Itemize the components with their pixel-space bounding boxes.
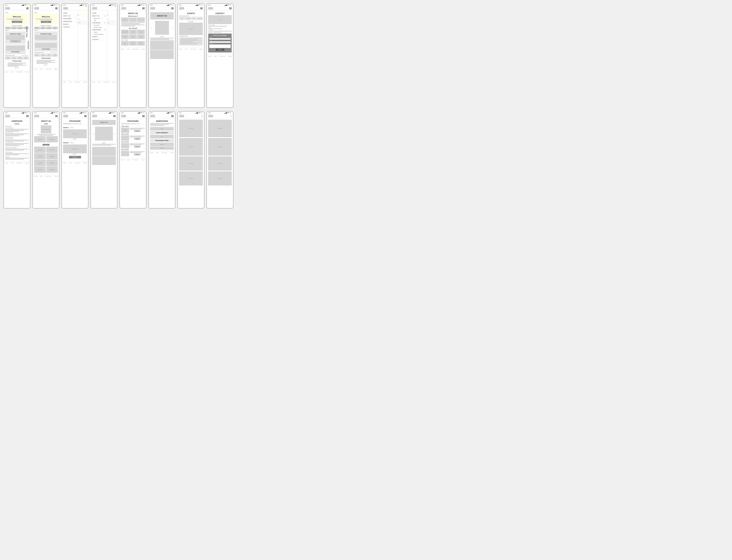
close-icon-4[interactable]: ✕ [114, 5, 116, 7]
immunization-guide-title: Immunization Guide [151, 140, 173, 141]
testimonial-next-2[interactable]: › [56, 61, 57, 63]
menu-programs-summercamp[interactable]: Summer camp [92, 26, 106, 28]
footer-13: Location Email Phone number Follow us [120, 158, 146, 161]
about-us-title-carousel: ABOUT US [94, 122, 114, 123]
summer-camp-title: Summer Camp [6, 33, 24, 35]
menu-admissions-parent[interactable]: Parent Resources [92, 33, 106, 35]
testimonial-next-1[interactable]: › [27, 64, 28, 66]
menu-home-2[interactable]: HOME [92, 12, 106, 15]
carousel-prev-12[interactable]: ‹ [93, 132, 94, 136]
welcome-title: Welcome [6, 16, 28, 18]
director-photo: director_photo [41, 125, 51, 133]
learn-more-btn-1[interactable]: Learn More [12, 21, 22, 23]
see-more-btn-1[interactable]: see more [10, 40, 21, 42]
hamburger-icon-1[interactable] [26, 7, 29, 9]
menu-about-2[interactable]: ABOUT US ∧ [92, 15, 106, 17]
menu-about-1[interactable]: ABOUT US › [63, 15, 76, 17]
breadcrumb-2: CURRICULUM / SUMMER CAMP [121, 123, 145, 124]
contact-map: Map [208, 15, 232, 24]
status-bar-1: 9:41 ▂▄▆ WiFi 🔋 [4, 4, 30, 6]
class4-btn[interactable]: admin [134, 154, 140, 155]
hamburger-icon-13[interactable] [142, 115, 145, 117]
session1-image: mockup_photo [63, 129, 87, 138]
admission-title: ADMISSION [5, 120, 29, 122]
who-we-are-title: Who we are? [121, 15, 145, 17]
menu-home-1[interactable]: HOME [63, 12, 76, 15]
hamburger-icon-9[interactable] [26, 115, 29, 117]
modal-image-2-mid: staff_files [208, 138, 232, 156]
class3-btn[interactable]: admin [134, 146, 140, 148]
staff-grid-5: staff_photo staff_photo [34, 166, 58, 173]
session2-label: Session 2 [63, 142, 69, 143]
hamburger-icon-12[interactable] [113, 115, 116, 117]
modal-image-1-bot: staff_files [179, 157, 203, 170]
footer-9: Location Email Phone number Follow us [4, 162, 30, 164]
session2-date: DATE [70, 142, 73, 143]
session1-label: Session 1 [63, 127, 69, 128]
logo-7 [179, 7, 184, 10]
contact-message-input[interactable] [209, 44, 231, 48]
menu-events-1[interactable]: EVENTS [63, 23, 76, 26]
staff-grid-3: staff_photo staff_photo [34, 153, 58, 159]
footer-3: Location Email Phone number Follow us [62, 81, 88, 83]
about-us-gray-box-2: ABOUT US [92, 120, 116, 125]
about-carousel-next[interactable]: › [172, 26, 173, 29]
menu-admissions-tuition[interactable]: Tuition [92, 31, 106, 33]
class3-name: class name [121, 141, 145, 143]
contact-form: Send us a message! Name Email Message SU… [208, 34, 232, 52]
contact-email-input[interactable] [209, 41, 231, 43]
modal-close-icon-2[interactable]: ✕ [230, 115, 232, 117]
class2-btn[interactable]: admin [134, 138, 140, 140]
about-us-gray-box: ABOUT US [150, 12, 174, 19]
carousel-image-12 [95, 127, 113, 141]
join-us-btn[interactable]: Join Us! [69, 156, 81, 158]
hamburger-icon-2[interactable] [55, 7, 58, 9]
screen-modal-1: 9:41 ▂▄▆ WiFi 🔋 ✕ staff_files staff_file… [178, 111, 204, 209]
menu-admissions-1[interactable]: ADMISSIONS › [63, 20, 76, 23]
events-row-1: Dateevent name Dateevent name Dateparent… [5, 56, 29, 59]
about-images-1: admin [121, 18, 145, 22]
class1-btn[interactable]: admin [134, 130, 140, 132]
hamburger-icon-8[interactable] [229, 7, 232, 9]
screen-nav-1: 9:41 ▂▄▆ WiFi 🔋 ✕ Welcome A Glance of Sc… [62, 3, 88, 108]
screen-home-1: 9:41 ▂▄▆ WiFi 🔋 admin Welcome Learn More [3, 3, 30, 108]
logo-10 [34, 115, 39, 117]
about-carousel-prev[interactable]: ‹ [151, 26, 152, 29]
footer-1: Location Email Phone number Follow us [4, 71, 30, 73]
session1-date: DATE [70, 127, 73, 128]
learn-more-btn-2[interactable]: Learn More [41, 21, 51, 23]
menu-contact-2[interactable]: CONTACT [92, 38, 106, 41]
hamburger-icon-6[interactable] [171, 7, 174, 9]
carousel-next-12[interactable]: › [114, 132, 115, 136]
footer-4: Location Email Phone number Follow us [91, 81, 117, 83]
footer-7: Location Email Phone number Follow us [178, 48, 204, 50]
menu-about-whoweare[interactable]: Who we are [92, 17, 106, 19]
menu-programs-2[interactable]: PROGRAMS ∧ [92, 22, 106, 24]
footer-5: Location Email Phone number Follow us [120, 48, 146, 50]
logo-14 [150, 115, 155, 117]
menu-programs-curriculum[interactable]: Curriculum [92, 24, 106, 26]
stats-grid-1: numberAge Range numberClass Size numberT… [5, 27, 29, 29]
modal-close-icon-1[interactable]: ✕ [201, 115, 203, 117]
submit-btn[interactable]: SUBMIT [216, 49, 224, 51]
modal-image-2-bot2: staff_files [208, 171, 232, 185]
curriculum-rotated: Curriculum [27, 41, 29, 49]
close-icon-3[interactable]: ✕ [85, 5, 87, 7]
modal-image-1-bot2: staff_files [179, 171, 203, 185]
logo-12 [92, 115, 97, 117]
hamburger-icon-10[interactable] [55, 115, 58, 117]
menu-programs-1[interactable]: PROGRAMS › [63, 17, 76, 20]
hamburger-icon-11[interactable] [84, 115, 87, 117]
screen-contact: 9:41 ▂▄▆ WiFi 🔋 CONTACT Map Phone number… [207, 3, 234, 108]
menu-contact-1[interactable]: CONTACT [63, 26, 76, 28]
footer-14: Location Email Phone number Follow us [149, 151, 175, 154]
menu-about-staff[interactable]: Staff [92, 19, 106, 22]
menu-events-2[interactable]: EVENTS [92, 35, 106, 38]
hamburger-icon-14[interactable] [171, 115, 174, 117]
hamburger-icon-7[interactable] [200, 7, 203, 9]
menu-admissions-2[interactable]: ADMISSIONS ∧ [92, 28, 106, 31]
staff-more-btn[interactable]: more [43, 144, 50, 146]
contact-name-input[interactable] [209, 38, 231, 40]
our-school-title: Our School [121, 27, 145, 29]
hamburger-icon-5[interactable] [142, 7, 145, 9]
